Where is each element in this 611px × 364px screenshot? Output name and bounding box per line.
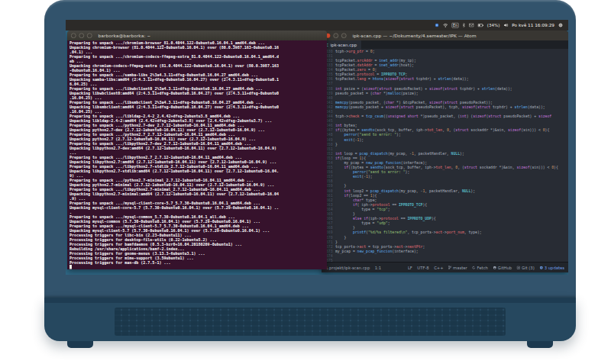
code-text[interactable]: tcph->urg_ptr = 0; tcpPacket.srcAddr = i…	[335, 49, 568, 263]
atom-tab-bar: C ipk-scan.cpp	[322, 40, 568, 49]
terminal-window: barborka@barborka: ~ Preparing to unpack…	[67, 31, 327, 269]
atom-window: ipk-scan.cpp — ~/Dokumenty/4.semester/IP…	[322, 31, 568, 272]
git-plus-icon	[517, 266, 521, 269]
terminal-window-title: barborka@barborka: ~	[99, 33, 151, 38]
status-github[interactable]: GitHub	[493, 266, 512, 270]
terminal-maximize-button[interactable]	[87, 33, 92, 38]
tab-label: ipk-scan.cpp	[331, 42, 357, 47]
system-top-bar: En (34%) Po kvě 11 16:09:29	[66, 20, 568, 31]
page: { "top_bar": { "keyboard_layout": "En", …	[0, 0, 611, 364]
status-encoding[interactable]: UTF-8	[417, 266, 428, 270]
status-git-changes[interactable]: Git (3)	[517, 266, 535, 270]
tab-ipk-scan-cpp[interactable]: C ipk-scan.cpp	[322, 40, 362, 49]
github-icon	[493, 266, 496, 269]
laptop-foot-right	[527, 341, 553, 348]
update-icon	[539, 266, 543, 269]
desktop: En (34%) Po kvě 11 16:09:29	[66, 20, 568, 275]
code-line: tcph->check = tcp_csum((unsigned short *…	[335, 114, 568, 118]
atom-maximize-button[interactable]	[341, 33, 347, 38]
keyboard-layout-indicator[interactable]: En	[452, 23, 459, 28]
git-branch-icon	[448, 266, 451, 269]
status-file-path[interactable]: 1.projekt/ipk-scan.cpp	[325, 266, 370, 270]
terminal-close-button[interactable]	[71, 33, 76, 38]
terminal-minimize-button[interactable]	[79, 33, 85, 38]
code-line: memcpy(pseudo_packet + sizeof(struct pse…	[335, 105, 568, 109]
status-git-fetch[interactable]: Fetch	[472, 266, 488, 270]
laptop-keyboard	[115, 308, 506, 336]
code-editor[interactable]: 5305315325335345355365375385395405415425…	[322, 49, 568, 263]
mail-icon[interactable]	[469, 24, 474, 27]
atom-title-bar[interactable]: ipk-scan.cpp — ~/Dokumenty/4.semester/IP…	[322, 31, 568, 40]
indicator-app-icon[interactable]	[435, 23, 439, 27]
status-git-branch[interactable]: master	[448, 266, 467, 270]
status-updates[interactable]: 3 updates	[539, 266, 564, 270]
atom-status-bar: 1.projekt/ipk-scan.cpp 1:1 LF UTF-8 C++ …	[322, 262, 568, 272]
battery-icon[interactable]	[477, 24, 483, 27]
status-grammar[interactable]: C++	[434, 266, 443, 270]
sync-icon	[472, 266, 476, 269]
terminal-output[interactable]: Preparing to unpack .../chromium-browser…	[67, 40, 327, 269]
session-gear-icon[interactable]	[558, 23, 563, 27]
atom-minimize-button[interactable]	[334, 33, 339, 38]
status-cursor-position[interactable]: 1:1	[375, 266, 381, 270]
volume-icon[interactable]	[503, 24, 508, 27]
clock[interactable]: Po kvě 11 16:09:29	[512, 23, 554, 28]
atom-window-title: ipk-scan.cpp — ~/Dokumenty/4.semester/IP…	[353, 33, 477, 38]
terminal-title-bar[interactable]: barborka@barborka: ~	[67, 31, 327, 40]
terminal-cursor	[70, 265, 327, 269]
status-line-ending[interactable]: LF	[408, 266, 412, 270]
wifi-icon[interactable]	[443, 23, 448, 27]
bluetooth-icon[interactable]	[462, 23, 465, 27]
laptop-hinge	[44, 298, 576, 303]
battery-percent: (34%)	[487, 23, 500, 28]
laptop-foot-left	[67, 341, 93, 348]
